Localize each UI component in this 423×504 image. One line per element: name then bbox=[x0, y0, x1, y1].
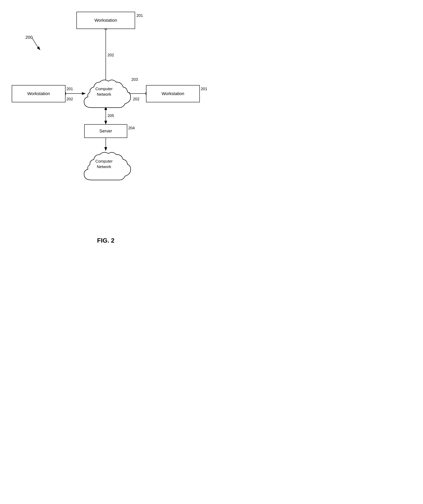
figure-caption: FIG. 2 bbox=[0, 237, 212, 244]
workstation-right-label: Workstation bbox=[162, 91, 184, 96]
edge-label-205: 205 bbox=[107, 114, 114, 118]
workstation-top-box: Workstation bbox=[76, 12, 135, 29]
diagram-ref-200: 200 bbox=[25, 35, 33, 40]
workstation-left-label: Workstation bbox=[27, 91, 50, 96]
server-id: 204 bbox=[128, 126, 135, 130]
network-center-id: 203 bbox=[131, 77, 138, 82]
diagram-container: Workstation 201 Workstation 201 Workstat… bbox=[0, 0, 212, 252]
server-box: Server bbox=[84, 124, 127, 138]
workstation-right-id: 201 bbox=[201, 87, 207, 91]
workstation-top-id: 201 bbox=[136, 13, 143, 18]
workstation-top-label: Workstation bbox=[94, 18, 117, 23]
network-center-label: ComputerNetwork bbox=[90, 86, 118, 97]
workstation-right-box: Workstation bbox=[146, 85, 200, 102]
edge-label-top-202: 202 bbox=[107, 53, 114, 57]
edge-label-right-202: 202 bbox=[133, 97, 139, 101]
workstation-left-box: Workstation bbox=[12, 85, 65, 102]
edge-label-left-202: 202 bbox=[66, 97, 73, 101]
server-label: Server bbox=[100, 129, 112, 134]
workstation-left-id: 201 bbox=[66, 87, 73, 91]
network-bottom-label: ComputerNetwork bbox=[90, 158, 118, 169]
